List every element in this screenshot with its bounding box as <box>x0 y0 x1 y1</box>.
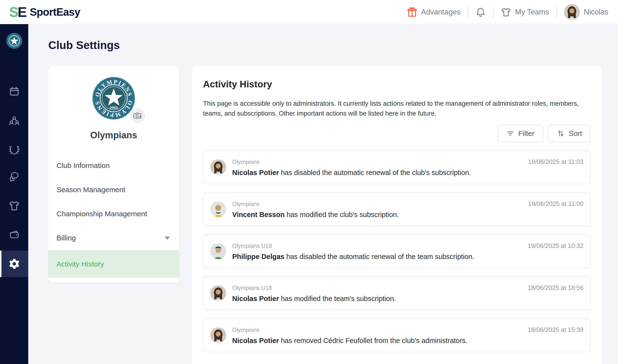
menu-item-label: Championship Management <box>56 210 147 218</box>
club-badge-wrap: OLYMPIENS OLYMPIENS 2002 <box>92 77 135 119</box>
sidebar-item-payments[interactable] <box>0 229 28 240</box>
advantages-label: Advantages <box>421 8 461 16</box>
row-action: has disabled the automatic renewal of th… <box>279 169 471 176</box>
row-action: has modified the club's subscription. <box>285 211 399 219</box>
menu-item-championship-management[interactable]: Championship Management <box>48 202 179 226</box>
jersey-icon <box>501 7 511 17</box>
row-action: has removed Cédric Feufollet from the cl… <box>279 337 467 344</box>
members-icon <box>8 115 20 127</box>
activity-row: Olympians 18/06/2025 at 15:39 Nicolas Po… <box>203 318 591 352</box>
row-team: Olympians <box>232 159 259 165</box>
header-right-nav: Advantages My Teams <box>407 4 608 20</box>
actor-avatar <box>210 285 226 301</box>
club-name: Olympians <box>48 130 179 141</box>
menu-item-label: Billing <box>56 234 76 242</box>
row-actor: Nicolas Potier <box>232 295 279 302</box>
brand-mark-e: E <box>18 5 26 19</box>
menu-item-activity-history[interactable]: Activity History <box>48 250 179 278</box>
header-divider <box>468 7 468 18</box>
filter-button[interactable]: Filter <box>498 125 543 142</box>
club-badge: OLYMPIENS OLYMPIENS 2002 <box>92 77 135 119</box>
activity-row: Olympians U18 18/06/2025 at 18:56 Nicola… <box>203 276 591 310</box>
activity-row: Olympians U18 19/06/2025 at 10:32 Philip… <box>203 234 591 268</box>
sort-label: Sort <box>569 129 582 138</box>
activity-row: Olympians 19/06/2025 at 11:00 Vincent Be… <box>203 192 591 226</box>
row-timestamp: 18/06/2025 at 18:56 <box>528 284 583 292</box>
menu-item-season-management[interactable]: Season Management <box>48 178 179 202</box>
menu-item-billing[interactable]: Billing <box>48 226 179 250</box>
gift-icon <box>407 7 417 17</box>
laurel-wreath-icon <box>8 144 20 156</box>
change-logo-button[interactable] <box>130 108 145 123</box>
row-actor: Vincent Besson <box>232 211 285 219</box>
sporteasy-mark-icon: SE <box>9 5 26 19</box>
row-actor: Nicolas Potier <box>232 337 279 344</box>
actor-avatar <box>210 327 226 343</box>
row-timestamp: 18/06/2025 at 15:39 <box>528 326 583 334</box>
user-avatar <box>564 4 580 20</box>
actor-avatar <box>210 201 226 217</box>
chat-icon <box>8 170 20 182</box>
row-message: Nicolas Potier has disabled the automati… <box>232 169 583 177</box>
page-title: Club Settings <box>48 39 120 52</box>
row-message: Nicolas Potier has removed Cédric Feufol… <box>232 337 583 345</box>
sidebar-item-settings-active[interactable] <box>0 250 28 277</box>
sporteasy-logo[interactable]: SE SportEasy <box>9 5 80 19</box>
sort-icon <box>557 129 565 138</box>
row-action: has modified the team's subscription. <box>279 295 396 302</box>
activity-toolbar: Filter Sort <box>203 125 591 142</box>
my-teams-button[interactable]: My Teams <box>501 7 549 17</box>
sidebar-item-competitions[interactable] <box>0 144 28 156</box>
activity-rows: Olympians 19/06/2025 at 11:03 Nicolas Po… <box>203 150 591 352</box>
sidebar-item-chat[interactable] <box>0 170 28 182</box>
sidebar <box>0 24 28 364</box>
club-settings-card: OLYMPIENS OLYMPIENS 2002 Olympians <box>48 66 179 283</box>
menu-item-label: Activity History <box>56 260 104 268</box>
row-action: has disabled the automatic renewal of th… <box>284 253 474 260</box>
brand-name: SportEasy <box>30 6 80 18</box>
my-teams-label: My Teams <box>515 8 549 16</box>
badge-year: 2002 <box>110 105 117 110</box>
panel-title: Activity History <box>203 79 591 90</box>
filter-label: Filter <box>518 129 534 138</box>
activity-row-body: Olympians 19/06/2025 at 11:00 Vincent Be… <box>232 200 583 219</box>
club-badge-mini-icon <box>6 33 22 49</box>
notifications-button[interactable] <box>476 7 486 17</box>
row-timestamp: 19/06/2025 at 11:03 <box>528 158 583 166</box>
activity-row-body: Olympians 19/06/2025 at 11:03 Nicolas Po… <box>232 158 583 177</box>
activity-row-body: Olympians U18 19/06/2025 at 10:32 Philip… <box>232 242 583 261</box>
row-message: Nicolas Potier has modified the team's s… <box>232 295 583 303</box>
row-timestamp: 19/06/2025 at 11:00 <box>528 200 583 208</box>
user-name-label: Nicolas <box>584 8 608 16</box>
actor-avatar <box>210 159 226 175</box>
brand-mark-s: S <box>9 5 18 19</box>
sidebar-item-team-kit[interactable] <box>0 200 28 211</box>
actor-avatar <box>210 243 226 259</box>
sidebar-item-members[interactable] <box>0 115 28 127</box>
row-message: Philippe Delgas has disabled the automat… <box>232 253 583 261</box>
menu-item-club-information[interactable]: Club Information <box>48 154 179 178</box>
bell-icon <box>476 7 486 17</box>
header-divider <box>556 7 557 18</box>
app-root: SE SportEasy Advantages <box>0 0 618 364</box>
activity-row-body: Olympians U18 18/06/2025 at 18:56 Nicola… <box>232 284 583 303</box>
panel-description: This page is accessible only to administ… <box>203 99 589 118</box>
row-team: Olympians <box>232 201 259 207</box>
row-team: Olympians U18 <box>232 243 272 249</box>
activity-row-body: Olympians 18/06/2025 at 15:39 Nicolas Po… <box>232 326 583 345</box>
row-actor: Philippe Delgas <box>232 253 284 260</box>
row-team: Olympians U18 <box>232 285 272 291</box>
wallet-icon <box>8 229 20 240</box>
advantages-button[interactable]: Advantages <box>407 7 461 17</box>
sort-button[interactable]: Sort <box>548 125 591 142</box>
user-menu[interactable]: Nicolas <box>564 4 608 20</box>
header-divider <box>493 7 493 18</box>
menu-item-label: Club Information <box>56 161 110 170</box>
row-actor: Nicolas Potier <box>232 169 279 176</box>
sidebar-item-calendar[interactable] <box>0 85 28 97</box>
club-settings-menu: Club Information Season Management Champ… <box>48 154 179 278</box>
menu-item-label: Season Management <box>56 186 125 194</box>
jersey-icon <box>8 200 20 211</box>
row-message: Vincent Besson has modified the club's s… <box>232 211 583 219</box>
sidebar-club-logo[interactable] <box>6 33 22 49</box>
